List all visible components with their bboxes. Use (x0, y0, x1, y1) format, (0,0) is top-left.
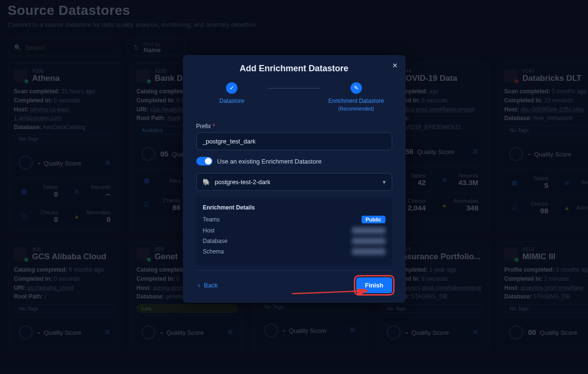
prefix-input[interactable] (196, 132, 392, 150)
chevron-left-icon: ‹ (198, 282, 200, 289)
modal-title: Add Enrichment Datastore (196, 64, 392, 74)
check-icon: ✓ (226, 82, 237, 94)
step-connector (268, 88, 320, 88)
details-row-teams: Teams Public (203, 216, 385, 223)
enrichment-select[interactable]: 🐘 postgres-test-2-dark ▾ (196, 173, 392, 191)
public-badge: Public (362, 216, 385, 223)
details-row-host: Host (203, 227, 385, 234)
select-value: postgres-test-2-dark (215, 178, 271, 186)
toggle-existing[interactable]: Use an existing Enrichment Datastore (196, 157, 392, 165)
toggle-label: Use an existing Enrichment Datastore (217, 158, 322, 165)
details-row-database: Database (203, 238, 385, 244)
divider (196, 270, 392, 271)
chevron-down-icon: ▾ (383, 178, 386, 186)
enrichment-details: Enrichment Details Teams Public Host Dat… (196, 198, 392, 265)
details-row-schema: Schema (203, 248, 385, 255)
prefix-label: Prefix* (196, 123, 392, 130)
step-datastore[interactable]: ✓ Datastore (196, 82, 268, 105)
details-title: Enrichment Details (203, 204, 385, 211)
modal-add-enrichment: ✕ Add Enrichment Datastore ✓ Datastore ✎… (183, 55, 406, 303)
back-button[interactable]: ‹ Back (196, 279, 220, 292)
postgres-icon: 🐘 (203, 178, 210, 186)
finish-button[interactable]: Finish (356, 277, 392, 293)
modal-overlay: ✕ Add Enrichment Datastore ✓ Datastore ✎… (0, 0, 588, 374)
close-icon[interactable]: ✕ (392, 62, 398, 69)
pencil-icon: ✎ (351, 82, 362, 94)
step-enrichment[interactable]: ✎ Enrichment Datastore (Recommended) (320, 82, 392, 112)
toggle-switch[interactable] (196, 157, 213, 165)
stepper: ✓ Datastore ✎ Enrichment Datastore (Reco… (196, 82, 392, 112)
